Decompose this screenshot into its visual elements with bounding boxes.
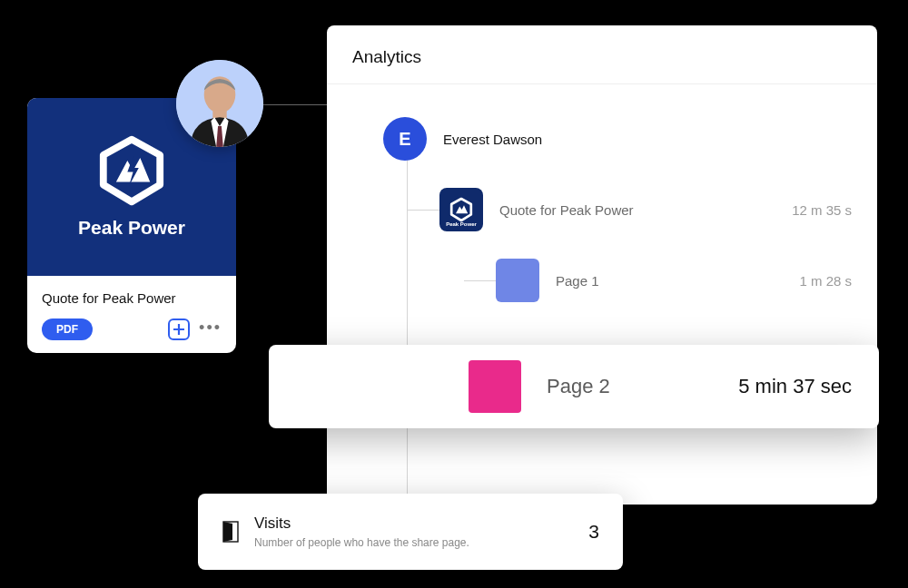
visits-subtitle: Number of people who have the share page… bbox=[254, 536, 469, 549]
visits-title: Visits bbox=[254, 514, 469, 533]
tree-elbow bbox=[464, 280, 496, 281]
viewer-row[interactable]: E Everest Dawson bbox=[383, 117, 852, 161]
document-body: Quote for Peak Power PDF ••• bbox=[27, 276, 236, 353]
page-node-icon bbox=[496, 259, 539, 302]
avatar-image bbox=[176, 60, 263, 147]
document-actions: PDF ••• bbox=[42, 318, 222, 340]
tree-item-label: Page 1 bbox=[556, 273, 783, 289]
tree-item-page-1[interactable]: Page 1 1 m 28 s bbox=[496, 259, 852, 302]
visits-text: Visits Number of people who have the sha… bbox=[254, 514, 469, 549]
analytics-tree: E Everest Dawson Peak Power Quote for Pe… bbox=[327, 84, 877, 302]
tree-item-time: 12 m 35 s bbox=[792, 202, 852, 218]
file-type-badge[interactable]: PDF bbox=[42, 318, 93, 340]
more-options-button[interactable]: ••• bbox=[199, 319, 222, 339]
avatar-connector-line bbox=[263, 104, 327, 105]
add-button[interactable] bbox=[168, 318, 190, 340]
page-node-icon bbox=[469, 360, 521, 413]
viewer-initial-badge: E bbox=[383, 117, 427, 161]
visits-card[interactable]: Visits Number of people who have the sha… bbox=[198, 494, 623, 570]
document-node-icon: Peak Power bbox=[439, 188, 483, 231]
tree-item-document[interactable]: Peak Power Quote for Peak Power 12 m 35 … bbox=[439, 188, 852, 231]
tree-item-page-2-highlighted[interactable]: Page 2 5 min 37 sec bbox=[269, 345, 879, 428]
mini-brand-label: Peak Power bbox=[446, 221, 477, 227]
viewer-name: Everest Dawson bbox=[443, 132, 835, 147]
viewer-initial: E bbox=[399, 129, 410, 150]
tree-item-label: Quote for Peak Power bbox=[499, 202, 775, 218]
viewer-avatar[interactable] bbox=[176, 60, 263, 147]
plus-icon bbox=[173, 324, 184, 335]
peak-power-logo-icon bbox=[96, 135, 167, 206]
door-icon bbox=[222, 521, 240, 543]
document-title: Quote for Peak Power bbox=[42, 290, 222, 306]
tree-item-time: 1 m 28 s bbox=[799, 273, 852, 289]
tree-item-time: 5 min 37 sec bbox=[738, 375, 852, 398]
tree-item-label: Page 2 bbox=[523, 375, 738, 398]
visits-count: 3 bbox=[588, 521, 599, 543]
analytics-heading: Analytics bbox=[327, 47, 877, 83]
analytics-panel: Analytics E Everest Dawson Peak Power Qu… bbox=[327, 25, 877, 505]
peak-power-mini-icon bbox=[448, 196, 475, 223]
brand-name: Peak Power bbox=[78, 217, 185, 239]
tree-elbow bbox=[408, 210, 439, 211]
